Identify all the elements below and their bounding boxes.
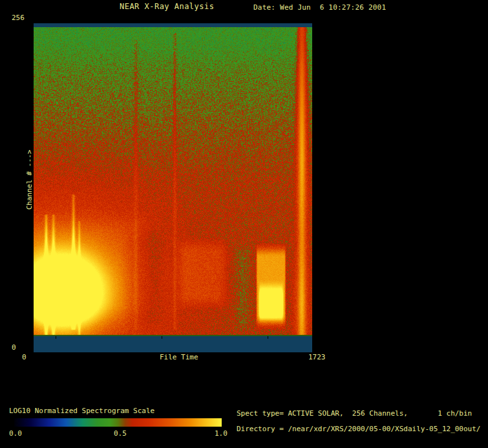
colorbar-title: LOG10 Normalized Spectrogram Scale <box>9 407 154 415</box>
colorbar-tick-1: 1.0 <box>215 429 228 438</box>
x-axis-title: File Time <box>160 353 198 361</box>
y-axis-max-label: 256 <box>12 14 25 22</box>
colorbar-gradient <box>14 418 222 427</box>
spect-type-line: Spect type= ACTIVE SOLAR, 256 Channels, … <box>237 409 472 418</box>
colorbar-tick-0: 0.0 <box>9 429 22 438</box>
directory-line: Directory = /near/xdr/XRS/2000/05-00/XSd… <box>237 425 481 433</box>
x-axis-min-label: 0 <box>22 353 27 361</box>
x-axis-max-label: 1723 <box>308 353 326 361</box>
plot-window: NEAR X-Ray Analysis Date: Wed Jun 6 10:2… <box>0 0 488 448</box>
page-title: NEAR X-Ray Analysis <box>120 3 214 11</box>
y-axis-title: Channel # ---> <box>25 150 34 210</box>
date-label: Date: Wed Jun 6 10:27:26 2001 <box>253 3 386 12</box>
y-axis-min-label: 0 <box>12 343 16 352</box>
colorbar-tick-05: 0.5 <box>114 429 127 438</box>
spectrogram-canvas <box>34 23 312 352</box>
